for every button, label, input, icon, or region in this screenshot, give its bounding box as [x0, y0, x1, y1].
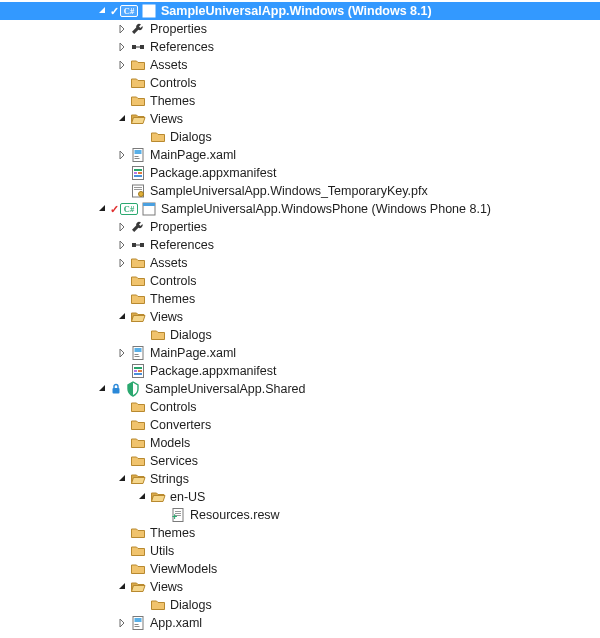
expander-collapsed-icon[interactable] [115, 22, 129, 36]
svg-text:C#: C# [124, 204, 135, 214]
tree-item[interactable]: Assets [0, 254, 600, 272]
tree-item[interactable]: Utils [0, 542, 600, 560]
svg-rect-32 [134, 367, 142, 369]
manifest-icon [130, 165, 146, 181]
svg-rect-18 [134, 189, 142, 190]
svg-rect-34 [138, 370, 142, 372]
expander-expanded-icon[interactable] [115, 112, 129, 126]
tree-item-label: Properties [150, 218, 207, 236]
tree-item[interactable]: Views [0, 308, 600, 326]
tree-item-label: Controls [150, 272, 197, 290]
expander-collapsed-icon[interactable] [115, 616, 129, 630]
tree-item-label: Package.appxmanifest [150, 362, 276, 380]
svg-rect-45 [135, 626, 140, 627]
expander-collapsed-icon[interactable] [115, 346, 129, 360]
tree-item-label: Utils [150, 542, 174, 560]
project-icon [141, 201, 157, 217]
expander-expanded-icon[interactable] [95, 382, 109, 396]
expander-expanded-icon[interactable] [115, 580, 129, 594]
svg-rect-9 [135, 156, 139, 157]
tree-item-label: Services [150, 452, 198, 470]
svg-rect-29 [135, 354, 139, 355]
svg-rect-28 [135, 348, 142, 352]
tree-item[interactable]: Services [0, 452, 600, 470]
tree-item-label: Themes [150, 92, 195, 110]
tree-item[interactable]: Assets [0, 56, 600, 74]
resw-new-icon: + [170, 507, 186, 523]
xaml-icon [130, 345, 146, 361]
tree-item[interactable]: Properties [0, 20, 600, 38]
tree-item[interactable]: Controls [0, 74, 600, 92]
svg-text:C#: C# [124, 6, 135, 16]
folder-icon [130, 453, 146, 469]
tree-item[interactable]: ✓ C# SampleUniversalApp.WindowsPhone (Wi… [0, 200, 600, 218]
tree-item[interactable]: Controls [0, 398, 600, 416]
folder-icon [130, 399, 146, 415]
folder-icon [130, 273, 146, 289]
svg-text:+: + [172, 512, 177, 522]
tree-item[interactable]: References [0, 236, 600, 254]
references-icon [130, 237, 146, 253]
tree-item[interactable]: Themes [0, 524, 600, 542]
expander-collapsed-icon[interactable] [115, 256, 129, 270]
tree-item[interactable]: App.xaml [0, 614, 600, 632]
references-icon [130, 39, 146, 55]
tree-item-label: Assets [150, 56, 188, 74]
tree-item[interactable]: MainPage.xaml [0, 146, 600, 164]
tree-item[interactable]: +Resources.resw [0, 506, 600, 524]
expander-collapsed-icon[interactable] [115, 40, 129, 54]
tree-item-label: Dialogs [170, 596, 212, 614]
svg-rect-8 [135, 150, 142, 154]
tree-item[interactable]: References [0, 38, 600, 56]
tree-item[interactable]: Package.appxmanifest [0, 164, 600, 182]
tree-item[interactable]: Themes [0, 92, 600, 110]
expander-expanded-icon[interactable] [135, 490, 149, 504]
xaml-icon [130, 147, 146, 163]
tree-item-label: Controls [150, 74, 197, 92]
tree-item[interactable]: Themes [0, 290, 600, 308]
tree-item[interactable]: Converters [0, 416, 600, 434]
tree-item[interactable]: Properties [0, 218, 600, 236]
expander-expanded-icon[interactable] [95, 202, 109, 216]
tree-item[interactable]: Package.appxmanifest [0, 362, 600, 380]
expander-collapsed-icon[interactable] [115, 58, 129, 72]
svg-rect-23 [143, 203, 155, 206]
csharp-badge-icon: C# [120, 203, 138, 215]
tree-item[interactable]: SampleUniversalApp.Shared [0, 380, 600, 398]
svg-rect-25 [140, 243, 144, 247]
tree-item[interactable]: ViewModels [0, 560, 600, 578]
expander-collapsed-icon[interactable] [115, 220, 129, 234]
tree-item-label: MainPage.xaml [150, 146, 236, 164]
tree-item[interactable]: SampleUniversalApp.Windows_TemporaryKey.… [0, 182, 600, 200]
svg-rect-3 [143, 5, 155, 8]
pfx-icon [130, 183, 146, 199]
tree-item[interactable]: Controls [0, 272, 600, 290]
tree-item[interactable]: Views [0, 110, 600, 128]
tree-item-label: Assets [150, 254, 188, 272]
expander-expanded-icon[interactable] [115, 472, 129, 486]
expander-collapsed-icon[interactable] [115, 238, 129, 252]
tree-item[interactable]: Strings [0, 470, 600, 488]
tree-item[interactable]: Dialogs [0, 326, 600, 344]
csharp-badge-icon: C# [120, 5, 138, 17]
tree-item[interactable]: MainPage.xaml [0, 344, 600, 362]
tree-item[interactable]: en-US [0, 488, 600, 506]
lock-icon [110, 383, 122, 395]
tree-item-label: SampleUniversalApp.Windows (Windows 8.1) [161, 2, 432, 20]
tree-item[interactable]: ✓ C# SampleUniversalApp.Windows (Windows… [0, 2, 600, 20]
folder-icon [130, 75, 146, 91]
tree-item[interactable]: Dialogs [0, 128, 600, 146]
expander-collapsed-icon[interactable] [115, 148, 129, 162]
tree-item[interactable]: Dialogs [0, 596, 600, 614]
svg-rect-4 [132, 45, 136, 49]
folder-icon [150, 327, 166, 343]
expander-expanded-icon[interactable] [115, 310, 129, 324]
expander-expanded-icon[interactable] [95, 4, 109, 18]
svg-rect-15 [134, 175, 142, 177]
tree-item[interactable]: Views [0, 578, 600, 596]
folder-open-icon [150, 489, 166, 505]
tree-item[interactable]: Models [0, 434, 600, 452]
svg-rect-26 [136, 245, 140, 246]
tree-item-label: en-US [170, 488, 205, 506]
tree-item-label: ViewModels [150, 560, 217, 578]
